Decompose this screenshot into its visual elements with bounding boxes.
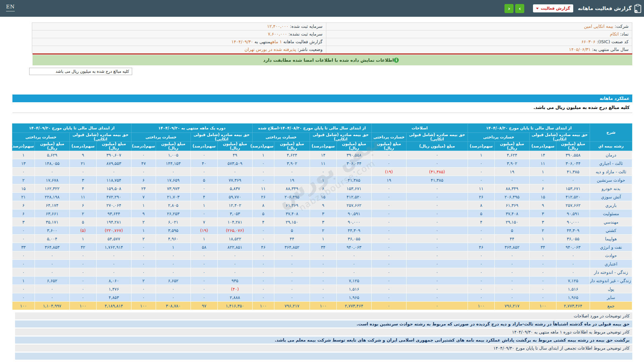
report-type-dropdown[interactable]: گزارش فعالیت (533, 4, 573, 12)
info-label: گزارش فعالیت ماهانه (282, 39, 323, 44)
table-cell: ۳,۶۰۰ (35, 226, 69, 235)
column-header-amount: مبلغ (میلیون ریال) (156, 142, 191, 151)
table-cell: ۰ (191, 209, 217, 218)
table-cell: ۲۷۰,۰۶۴ (96, 201, 131, 209)
table-cell: ۰ (371, 218, 406, 226)
page-title: گزارش فعالیت ماهانه (578, 5, 632, 11)
table-cell: ۳۶۴,۸۵۳ (35, 243, 69, 251)
table-cell: ۵ (495, 226, 530, 235)
table-cell: ۰ (371, 302, 406, 310)
info-value: ۶۶۰۳۰۶ (581, 39, 595, 44)
table-cell: ۰ (556, 260, 590, 268)
insurance-line-label: کشتي (590, 226, 632, 235)
table-cell: (۴۰) (217, 285, 252, 293)
table-cell: ۳۳ (12, 243, 35, 251)
table-cell: ۰ (530, 285, 556, 293)
top-bar: EN گزارش فعالیت ماهانه گزارش فعالیت › ‹ (0, 0, 644, 17)
table-cell: (۲۶۵,۰۷۶) (217, 226, 252, 235)
table-cell: ۰ (191, 293, 217, 302)
info-value: ۱۴۰۴/۰۹/۳۰ (231, 39, 253, 44)
table-cell: (۵) (69, 226, 96, 235)
table-cell: ۱۵۳,۶۷۱ (556, 184, 590, 193)
table-cell: ۰ (131, 293, 156, 302)
table-cell: ۱۰۰ (468, 302, 494, 310)
table-cell: ۱,۹۶۵ (336, 293, 371, 302)
table-cell: ۳۹۰,۵۵۸ (336, 151, 371, 159)
insurance-line-row: زندگي - اندوخته دار۰۰۰۰۰۰۰۰۰۰۰۰۰۰۰۰۰۰ (12, 268, 632, 277)
next-report-button[interactable]: › (515, 4, 524, 13)
table-cell: ۱۲,۴۰۲ (217, 201, 252, 209)
table-cell: ۰ (191, 277, 217, 285)
table-cell: ۰ (310, 285, 336, 293)
table-cell: ۰ (468, 285, 494, 293)
table-cell: ۴ (191, 193, 217, 201)
table-cell: ۰ (12, 226, 35, 235)
table-cell: ۹ (310, 201, 336, 209)
table-cell: ۴۲ (69, 243, 96, 251)
column-header-share: سهم(درصد) (131, 142, 156, 151)
company-info-table: شرکت: بیمه اتکایی امینسرمایه ثبت شده: ۱۲… (32, 22, 632, 54)
table-cell: ۰ (371, 293, 406, 302)
table-cell: ۵ (468, 209, 494, 218)
column-header-claims: خسارت پرداختی (252, 133, 310, 142)
table-cell: ۱۵ (530, 193, 556, 201)
table-cell: ۱۰۰ (69, 302, 96, 310)
table-cell: ۱ (530, 235, 556, 243)
table-cell: ۰ (468, 293, 494, 302)
table-cell: ۸۷۹,۵۵۳ (96, 159, 131, 168)
column-header-premium: حق بیمه صادره (شامل قبولی اتکایی) (69, 133, 131, 142)
insurance-line-row: هواپیما۳۶,۰۵۵۱۴۴۰۰۰۳۶,۰۵۵۱۴۴۰۱۸,۵۲۲۱۴,۹۶… (12, 235, 632, 243)
table-cell: ۳۶,۰۵۵ (336, 235, 371, 243)
previous-report-button[interactable]: ‹ (504, 4, 514, 13)
table-cell: ۳ (69, 176, 96, 184)
table-cell: ۳ (310, 209, 336, 218)
table-cell: ۶ (131, 176, 156, 184)
table-cell: ۶ (69, 201, 96, 209)
table-cell: ۴۶ (252, 243, 274, 251)
table-cell: ۴۷۲,۲۹۰ (96, 193, 131, 201)
table-cell: ۰ (69, 168, 96, 176)
insurance-line-label: ثالث - مازاد و دیه (590, 168, 632, 176)
table-cell: ۲ (310, 226, 336, 235)
table-cell: ۰ (96, 251, 131, 260)
table-cell: ۰ (336, 260, 371, 268)
table-cell: ۹۰,۰۰۰ (336, 218, 371, 226)
table-cell: ۳,۹۰۲ (495, 159, 530, 168)
table-cell: ۴ (252, 218, 274, 226)
table-cell: ۵۴,۵۷۷ (96, 235, 131, 243)
report-type-dropdown-label: گزارش فعالیت (541, 6, 570, 11)
report-page: EN گزارش فعالیت ماهانه گزارش فعالیت › ‹ … (0, 0, 644, 362)
column-header-amount: مبلغ (میلیون ریال) (556, 142, 590, 151)
language-toggle[interactable]: EN (6, 4, 15, 11)
table-cell: ۵ (191, 176, 217, 184)
table-cell: ۰ (495, 277, 530, 285)
table-cell: ۴۴,۳۰۹ (336, 226, 371, 235)
table-cell: ۰ (131, 251, 156, 260)
table-cell: ۰ (156, 260, 191, 268)
table-cell: ۲۲۸,۱۹۸ (35, 193, 69, 201)
table-cell: ۷,۱۲۵ (336, 277, 371, 285)
table-cell: ۰ (495, 260, 530, 268)
table-cell: ۰ (252, 176, 274, 184)
insurance-line-label: سایر (590, 293, 632, 302)
insurance-line-row: اعتباري۰۰۰۰۰۰۰۰۰۰۰۰۰۰۰۰۰۰ (12, 260, 632, 268)
table-cell: ۰ (468, 277, 494, 285)
table-cell: (۱۹) (371, 168, 406, 176)
table-cell: ۷,۱۲۵ (556, 277, 590, 285)
explanatory-notes: کادر توضیحات در مورد اصلاحاتحق بیمه قبول… (15, 312, 632, 361)
insurance-line-row: باربري۲۵۷,۶۶۲۹۶۱,۳۶۹۸۰۰۲۵۷,۶۶۲۹۶۱,۳۶۹۸۱۲… (12, 201, 632, 209)
table-cell: ۰ (468, 251, 494, 260)
info-label: سرمایه ثبت نشده: (287, 32, 323, 37)
table-cell: ۰ (371, 260, 406, 268)
table-cell: ۲ (530, 226, 556, 235)
table-cell: ۹۴۰,۰۶۳ (336, 243, 371, 251)
column-header-share: سهم(درصد) (12, 142, 35, 151)
section-header-monthly-performance: عملکرد ماهانه (12, 95, 632, 102)
table-cell: ۱۹۴,۲۸۱ (96, 218, 131, 226)
table-cell: ۹۳۵ (217, 277, 252, 285)
table-cell: ۵,۶۲۹ (35, 151, 69, 159)
table-cell: ۰ (310, 260, 336, 268)
insurance-line-row: مسئولیت۹۰,۵۹۱۳۳۷,۴۰۸۵۰۰۹۰,۵۹۱۳۳۷,۴۰۸۵۳,۰… (12, 209, 632, 218)
table-cell: ۰ (495, 251, 530, 260)
table-cell: ۵ (69, 218, 96, 226)
